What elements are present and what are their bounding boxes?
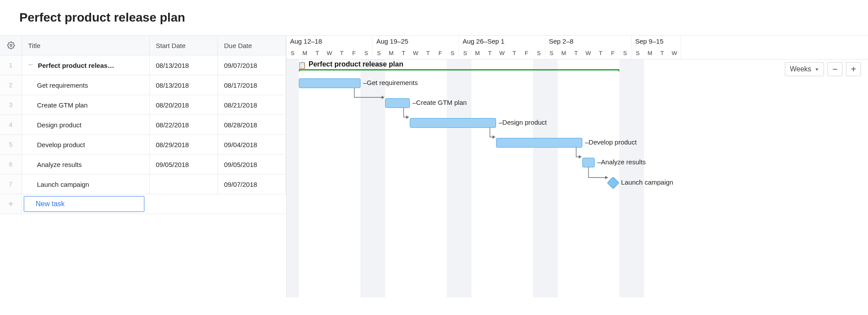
due-date-cell[interactable]: 08/21/2018 bbox=[218, 95, 286, 115]
task-row[interactable]: 2 Get requirements 08/13/2018 08/17/2018 bbox=[0, 75, 286, 95]
new-task-row: + New task bbox=[0, 194, 286, 214]
task-row[interactable]: 5 Develop product 08/29/2018 09/04/2018 bbox=[0, 135, 286, 155]
zoom-out-button[interactable]: − bbox=[828, 62, 842, 76]
task-title-cell[interactable]: Develop product bbox=[22, 135, 150, 154]
weekend-stripe bbox=[459, 59, 471, 297]
gantt-bar-gtm[interactable] bbox=[385, 98, 410, 108]
start-date-cell[interactable]: 08/22/2018 bbox=[150, 115, 218, 134]
day-label: F bbox=[348, 47, 360, 59]
task-title: Design product bbox=[37, 121, 81, 129]
gantt-bar-label: –Create GTM plan bbox=[412, 99, 467, 106]
day-label: W bbox=[668, 47, 680, 59]
day-label: F bbox=[607, 47, 619, 59]
gantt-chart[interactable]: Aug 12–18SMTWTFSAug 19–25SMTWTFSAug 26–S… bbox=[286, 35, 868, 297]
day-label: T bbox=[422, 47, 434, 59]
zoom-in-button[interactable]: + bbox=[846, 62, 861, 76]
timeline-header: Aug 12–18SMTWTFSAug 19–25SMTWTFSAug 26–S… bbox=[287, 36, 868, 59]
week-group: Aug 12–18SMTWTFS bbox=[287, 36, 373, 59]
project-summary-bar[interactable] bbox=[299, 69, 619, 70]
task-title-cell[interactable]: Analyze results bbox=[22, 155, 150, 174]
task-row[interactable]: 6 Analyze results 09/05/2018 09/05/2018 bbox=[0, 155, 286, 174]
weekend-stripe bbox=[533, 59, 545, 297]
due-date-cell[interactable]: 09/05/2018 bbox=[218, 155, 286, 174]
task-title: Develop product bbox=[37, 141, 85, 148]
day-label: S bbox=[619, 47, 631, 59]
due-date-cell[interactable]: 08/28/2018 bbox=[218, 115, 286, 134]
start-date-cell[interactable]: 08/29/2018 bbox=[150, 135, 218, 154]
week-group: Sep 2–8SMTWTFS bbox=[545, 36, 632, 59]
day-label: T bbox=[508, 47, 520, 59]
gantt-bar-req[interactable] bbox=[299, 78, 360, 88]
gear-icon bbox=[7, 41, 15, 49]
page-title: Perfect product release plan bbox=[0, 0, 868, 35]
day-label: W bbox=[582, 47, 595, 59]
day-label: W bbox=[324, 47, 336, 59]
day-label: S bbox=[373, 47, 385, 59]
task-row[interactable]: 3 Create GTM plan 08/20/2018 08/21/2018 bbox=[0, 95, 286, 115]
row-number: 6 bbox=[0, 155, 22, 174]
day-label: M bbox=[644, 47, 656, 59]
gantt-bar-design[interactable] bbox=[410, 118, 496, 128]
day-label: M bbox=[471, 47, 484, 59]
weekend-stripe bbox=[287, 59, 299, 297]
day-label: S bbox=[446, 47, 459, 59]
project-icon: 📋 bbox=[298, 61, 306, 69]
row-number: 4 bbox=[0, 115, 22, 134]
task-row-parent[interactable]: 1 ﹀ Perfect product releas… 08/13/2018 0… bbox=[0, 56, 286, 75]
row-number: 3 bbox=[0, 95, 22, 115]
gantt-bar-label: –Get requirements bbox=[363, 79, 418, 86]
row-number: 5 bbox=[0, 135, 22, 154]
week-group: Sep 9–15SMTW bbox=[632, 36, 681, 59]
day-label: T bbox=[570, 47, 582, 59]
project-summary-label: Perfect product release plan bbox=[309, 60, 403, 68]
task-title: Launch campaign bbox=[37, 181, 89, 188]
gantt-body[interactable]: 📋Perfect product release plan–Get requir… bbox=[287, 59, 868, 297]
week-group: Aug 26–Sep 1SMTWTFS bbox=[459, 36, 545, 59]
start-date-cell[interactable]: 08/13/2018 bbox=[150, 56, 218, 75]
gantt-bar-label: –Design product bbox=[499, 119, 547, 126]
start-date-cell[interactable] bbox=[150, 174, 218, 194]
task-title: Analyze results bbox=[37, 161, 82, 168]
due-date-cell[interactable]: 09/07/2018 bbox=[218, 56, 286, 75]
week-label: Aug 26–Sep 1 bbox=[459, 36, 545, 47]
day-label: T bbox=[335, 47, 348, 59]
day-label: M bbox=[299, 47, 311, 59]
task-title-cell[interactable]: ﹀ Perfect product releas… bbox=[22, 56, 150, 75]
day-label: F bbox=[434, 47, 446, 59]
due-date-cell[interactable]: 08/17/2018 bbox=[218, 75, 286, 95]
col-header-due[interactable]: Due Date bbox=[218, 36, 286, 55]
col-header-start[interactable]: Start Date bbox=[150, 36, 218, 55]
gantt-bar-analyze[interactable] bbox=[582, 158, 595, 167]
zoom-level-select[interactable]: Weeks ▼ bbox=[785, 62, 824, 76]
task-row[interactable]: 4 Design product 08/22/2018 08/28/2018 bbox=[0, 115, 286, 135]
due-date-cell[interactable]: 09/04/2018 bbox=[218, 135, 286, 154]
day-label: S bbox=[360, 47, 372, 59]
task-title-cell[interactable]: Design product bbox=[22, 115, 150, 134]
col-header-title[interactable]: Title bbox=[22, 36, 150, 55]
task-title-cell[interactable]: Launch campaign bbox=[22, 174, 150, 194]
chevron-down-icon[interactable]: ﹀ bbox=[28, 62, 33, 69]
gantt-bar-label: –Develop product bbox=[585, 138, 637, 146]
table-settings-button[interactable] bbox=[0, 36, 22, 55]
task-title-cell[interactable]: Create GTM plan bbox=[22, 95, 150, 115]
week-label: Aug 19–25 bbox=[373, 36, 459, 47]
new-task-input[interactable]: New task bbox=[24, 196, 144, 212]
week-label: Sep 2–8 bbox=[545, 36, 631, 47]
weekend-stripe bbox=[360, 59, 373, 297]
gantt-bar-develop[interactable] bbox=[496, 138, 582, 148]
row-number: 7 bbox=[0, 174, 22, 194]
day-label: S bbox=[632, 47, 644, 59]
start-date-cell[interactable]: 08/20/2018 bbox=[150, 95, 218, 115]
weekend-stripe bbox=[545, 59, 558, 297]
task-title-cell[interactable]: Get requirements bbox=[22, 75, 150, 95]
gantt-bar-label: –Analyze results bbox=[597, 158, 646, 166]
gantt-milestone-launch[interactable] bbox=[607, 177, 619, 189]
day-label: T bbox=[594, 47, 607, 59]
due-date-cell[interactable]: 09/07/2018 bbox=[218, 174, 286, 194]
week-label: Sep 9–15 bbox=[632, 36, 680, 47]
start-date-cell[interactable]: 08/13/2018 bbox=[150, 75, 218, 95]
start-date-cell[interactable]: 09/05/2018 bbox=[150, 155, 218, 174]
add-row-button[interactable]: + bbox=[0, 194, 22, 214]
task-row[interactable]: 7 Launch campaign 09/07/2018 bbox=[0, 174, 286, 194]
row-number: 1 bbox=[0, 56, 22, 75]
